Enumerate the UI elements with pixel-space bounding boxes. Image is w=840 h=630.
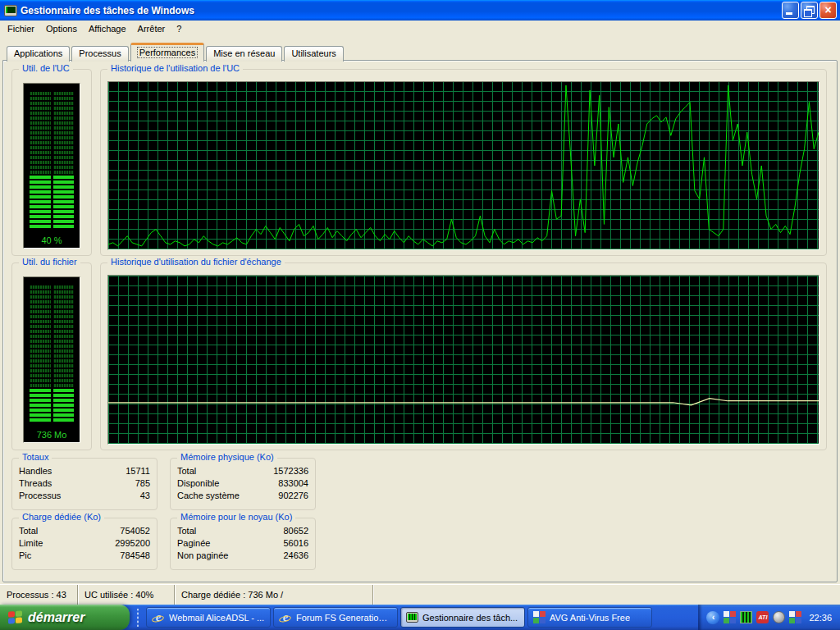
gray-app-tray-icon[interactable] xyxy=(773,611,785,623)
taskmgr-window: Gestionnaire des tâches de Windows × Fic… xyxy=(0,0,840,630)
system-tray: ‹ ATI 22:36 xyxy=(698,605,840,630)
cpu-history-chart xyxy=(107,81,819,250)
menu-fichier[interactable]: Fichier xyxy=(2,22,40,35)
stat-row: Cache système902276 xyxy=(177,490,308,502)
start-button[interactable]: démarrer xyxy=(0,605,130,630)
taskbar-button-taskmgr[interactable]: Gestionnaire des tâch... xyxy=(400,607,525,628)
pagefile-usage-meter: 736 Mo xyxy=(23,276,80,443)
pagefile-usage-group-label: Util. du fichier xyxy=(19,257,80,267)
totals-group: Totaux Handles15711 Threads785 Processus… xyxy=(11,458,158,510)
chevron-collapse-icon[interactable]: ‹ xyxy=(706,611,719,624)
cpu-usage-value: 40 % xyxy=(24,235,80,245)
stat-row: Pic784548 xyxy=(19,550,150,562)
taskbar-button-forum[interactable]: e Forum FS Generation ... xyxy=(273,607,398,628)
menu-arreter[interactable]: Arrêter xyxy=(132,22,171,35)
statistics-grid: Totaux Handles15711 Threads785 Processus… xyxy=(11,458,316,570)
close-button[interactable]: × xyxy=(819,2,837,19)
menu-affichage[interactable]: Affichage xyxy=(83,22,132,35)
minimize-button[interactable] xyxy=(782,2,799,19)
tab-control: Applications Processus Performances Mise… xyxy=(0,37,840,584)
taskbar-button-webmail[interactable]: e Webmail AliceADSL - ... xyxy=(146,607,271,628)
stat-row: Non paginée24636 xyxy=(177,550,308,562)
stat-row: Threads785 xyxy=(19,477,150,490)
avg-tray-icon[interactable] xyxy=(789,611,801,623)
status-commit: Charge dédiée : 736 Mo / xyxy=(175,585,373,605)
tab-utilisateurs[interactable]: Utilisateurs xyxy=(284,46,343,62)
pagefile-history-chart xyxy=(107,275,819,445)
tab-strip: Applications Processus Performances Mise… xyxy=(2,41,838,61)
cpu-history-group: Historique de l'utilisation de l'UC xyxy=(100,69,827,256)
physical-memory-group: Mémoire physique (Ko) Total1572336 Dispo… xyxy=(170,458,316,510)
menu-options[interactable]: Options xyxy=(40,22,83,35)
stat-row: Handles15711 xyxy=(19,465,150,477)
pagefile-usage-value: 736 Mo xyxy=(24,430,80,440)
task-buttons: e Webmail AliceADSL - ... e Forum FS Gen… xyxy=(146,607,652,628)
avg-icon xyxy=(533,611,546,623)
tab-mise-en-reseau[interactable]: Mise en réseau xyxy=(206,46,282,62)
kernel-memory-group: Mémoire pour le noyau (Ko) Total80652 Pa… xyxy=(170,518,316,570)
stat-row: Disponible833004 xyxy=(177,477,308,490)
quicklaunch-drag-handle[interactable] xyxy=(133,609,143,627)
internet-explorer-icon: e xyxy=(152,611,165,624)
stat-row: Total80652 xyxy=(177,525,308,537)
status-cpu: UC utilisée : 40% xyxy=(78,585,175,605)
taskbar: démarrer e Webmail AliceADSL - ... e For… xyxy=(0,605,840,630)
tab-performances[interactable]: Performances xyxy=(130,43,204,62)
tab-applications[interactable]: Applications xyxy=(7,46,70,62)
pagefile-history-group: Historique d'utilisation du fichier d'éc… xyxy=(100,262,827,450)
taskmgr-icon xyxy=(406,612,418,623)
restore-button[interactable] xyxy=(801,2,818,19)
menu-bar: Fichier Options Affichage Arrêter ? xyxy=(0,21,840,37)
status-processes: Processus : 43 xyxy=(0,585,78,605)
window-title: Gestionnaire des tâches de Windows xyxy=(21,5,782,16)
cpu-history-group-label: Historique de l'utilisation de l'UC xyxy=(107,63,243,73)
pagefile-usage-group: Util. du fichier 736 Mo xyxy=(11,262,92,450)
title-bar: Gestionnaire des tâches de Windows × xyxy=(0,0,840,21)
windows-flag-icon xyxy=(8,610,23,624)
cpu-usage-group: Util. de l'UC 40 % xyxy=(11,69,92,256)
taskmgr-window-icon[interactable] xyxy=(4,5,17,16)
commit-charge-group: Charge dédiée (Ko) Total754052 Limite299… xyxy=(11,518,158,570)
taskbar-button-avg[interactable]: AVG Anti-Virus Free xyxy=(527,607,652,628)
cpu-usage-meter: 40 % xyxy=(23,83,80,249)
pagefile-history-group-label: Historique d'utilisation du fichier d'éc… xyxy=(107,257,285,267)
cpu-usage-group-label: Util. de l'UC xyxy=(19,63,73,73)
stat-row: Paginée56016 xyxy=(177,537,308,550)
status-bar: Processus : 43 UC utilisée : 40% Charge … xyxy=(0,584,840,605)
tab-processus[interactable]: Processus xyxy=(71,46,128,62)
taskmgr-cpu-tray-icon[interactable] xyxy=(740,611,752,623)
stat-row: Processus43 xyxy=(19,490,150,502)
stat-row: Limite2995200 xyxy=(19,537,150,550)
tray-clock: 22:36 xyxy=(809,613,832,623)
menu-aide[interactable]: ? xyxy=(171,22,187,35)
avg-tray-icon[interactable] xyxy=(724,611,736,623)
performance-page: Util. de l'UC 40 % Historique de l'utili… xyxy=(2,60,838,582)
internet-explorer-icon: e xyxy=(279,611,292,624)
ati-tray-icon[interactable]: ATI xyxy=(756,611,769,623)
stat-row: Total754052 xyxy=(19,525,150,537)
stat-row: Total1572336 xyxy=(177,465,308,477)
